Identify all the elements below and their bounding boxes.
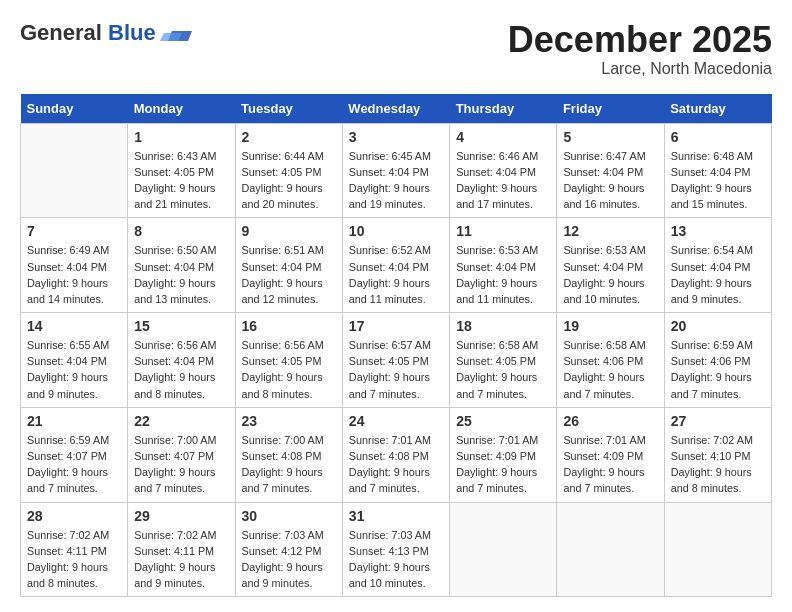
day-info: Sunrise: 6:59 AM Sunset: 4:06 PM Dayligh…	[671, 337, 765, 402]
calendar-cell: 11Sunrise: 6:53 AM Sunset: 4:04 PM Dayli…	[450, 218, 557, 313]
day-info: Sunrise: 6:51 AM Sunset: 4:04 PM Dayligh…	[242, 242, 336, 307]
day-number: 21	[27, 413, 121, 429]
day-info: Sunrise: 6:57 AM Sunset: 4:05 PM Dayligh…	[349, 337, 443, 402]
day-number: 10	[349, 223, 443, 239]
week-row-1: 1Sunrise: 6:43 AM Sunset: 4:05 PM Daylig…	[21, 123, 772, 218]
calendar-cell: 18Sunrise: 6:58 AM Sunset: 4:05 PM Dayli…	[450, 313, 557, 408]
week-row-4: 21Sunrise: 6:59 AM Sunset: 4:07 PM Dayli…	[21, 407, 772, 502]
logo: General Blue	[20, 20, 192, 46]
calendar-cell: 10Sunrise: 6:52 AM Sunset: 4:04 PM Dayli…	[342, 218, 449, 313]
calendar-cell: 12Sunrise: 6:53 AM Sunset: 4:04 PM Dayli…	[557, 218, 664, 313]
calendar-cell: 6Sunrise: 6:48 AM Sunset: 4:04 PM Daylig…	[664, 123, 771, 218]
day-info: Sunrise: 6:58 AM Sunset: 4:05 PM Dayligh…	[456, 337, 550, 402]
day-info: Sunrise: 6:53 AM Sunset: 4:04 PM Dayligh…	[456, 242, 550, 307]
col-header-sunday: Sunday	[21, 94, 128, 124]
calendar-cell	[664, 502, 771, 597]
col-header-friday: Friday	[557, 94, 664, 124]
day-info: Sunrise: 6:48 AM Sunset: 4:04 PM Dayligh…	[671, 148, 765, 213]
calendar-cell: 3Sunrise: 6:45 AM Sunset: 4:04 PM Daylig…	[342, 123, 449, 218]
calendar-cell: 30Sunrise: 7:03 AM Sunset: 4:12 PM Dayli…	[235, 502, 342, 597]
day-info: Sunrise: 6:45 AM Sunset: 4:04 PM Dayligh…	[349, 148, 443, 213]
day-info: Sunrise: 7:02 AM Sunset: 4:10 PM Dayligh…	[671, 432, 765, 497]
day-number: 15	[134, 318, 228, 334]
day-info: Sunrise: 6:58 AM Sunset: 4:06 PM Dayligh…	[563, 337, 657, 402]
day-info: Sunrise: 7:03 AM Sunset: 4:12 PM Dayligh…	[242, 527, 336, 592]
calendar-cell: 29Sunrise: 7:02 AM Sunset: 4:11 PM Dayli…	[128, 502, 235, 597]
calendar-cell: 2Sunrise: 6:44 AM Sunset: 4:05 PM Daylig…	[235, 123, 342, 218]
day-info: Sunrise: 6:55 AM Sunset: 4:04 PM Dayligh…	[27, 337, 121, 402]
day-number: 12	[563, 223, 657, 239]
calendar-cell: 7Sunrise: 6:49 AM Sunset: 4:04 PM Daylig…	[21, 218, 128, 313]
day-info: Sunrise: 6:59 AM Sunset: 4:07 PM Dayligh…	[27, 432, 121, 497]
day-number: 3	[349, 129, 443, 145]
day-info: Sunrise: 6:43 AM Sunset: 4:05 PM Dayligh…	[134, 148, 228, 213]
day-number: 13	[671, 223, 765, 239]
calendar-cell: 17Sunrise: 6:57 AM Sunset: 4:05 PM Dayli…	[342, 313, 449, 408]
day-number: 26	[563, 413, 657, 429]
header: General Blue December 2025 Larce, North …	[20, 20, 772, 78]
day-info: Sunrise: 7:01 AM Sunset: 4:09 PM Dayligh…	[456, 432, 550, 497]
col-header-monday: Monday	[128, 94, 235, 124]
day-number: 29	[134, 508, 228, 524]
day-info: Sunrise: 6:49 AM Sunset: 4:04 PM Dayligh…	[27, 242, 121, 307]
day-info: Sunrise: 6:44 AM Sunset: 4:05 PM Dayligh…	[242, 148, 336, 213]
day-info: Sunrise: 6:46 AM Sunset: 4:04 PM Dayligh…	[456, 148, 550, 213]
calendar-cell: 19Sunrise: 6:58 AM Sunset: 4:06 PM Dayli…	[557, 313, 664, 408]
day-number: 7	[27, 223, 121, 239]
calendar-cell: 15Sunrise: 6:56 AM Sunset: 4:04 PM Dayli…	[128, 313, 235, 408]
calendar-cell: 5Sunrise: 6:47 AM Sunset: 4:04 PM Daylig…	[557, 123, 664, 218]
calendar-table: SundayMondayTuesdayWednesdayThursdayFrid…	[20, 94, 772, 598]
day-number: 14	[27, 318, 121, 334]
calendar-cell: 13Sunrise: 6:54 AM Sunset: 4:04 PM Dayli…	[664, 218, 771, 313]
calendar-cell: 21Sunrise: 6:59 AM Sunset: 4:07 PM Dayli…	[21, 407, 128, 502]
col-header-wednesday: Wednesday	[342, 94, 449, 124]
day-number: 6	[671, 129, 765, 145]
calendar-cell	[21, 123, 128, 218]
day-info: Sunrise: 6:47 AM Sunset: 4:04 PM Dayligh…	[563, 148, 657, 213]
day-number: 23	[242, 413, 336, 429]
day-number: 22	[134, 413, 228, 429]
day-number: 20	[671, 318, 765, 334]
header-row: SundayMondayTuesdayWednesdayThursdayFrid…	[21, 94, 772, 124]
calendar-cell: 23Sunrise: 7:00 AM Sunset: 4:08 PM Dayli…	[235, 407, 342, 502]
day-info: Sunrise: 6:56 AM Sunset: 4:04 PM Dayligh…	[134, 337, 228, 402]
day-number: 30	[242, 508, 336, 524]
location: Larce, North Macedonia	[508, 60, 772, 78]
day-info: Sunrise: 7:01 AM Sunset: 4:08 PM Dayligh…	[349, 432, 443, 497]
day-number: 25	[456, 413, 550, 429]
day-number: 28	[27, 508, 121, 524]
day-number: 9	[242, 223, 336, 239]
day-info: Sunrise: 7:00 AM Sunset: 4:07 PM Dayligh…	[134, 432, 228, 497]
calendar-cell: 16Sunrise: 6:56 AM Sunset: 4:05 PM Dayli…	[235, 313, 342, 408]
day-number: 24	[349, 413, 443, 429]
day-number: 27	[671, 413, 765, 429]
calendar-cell: 4Sunrise: 6:46 AM Sunset: 4:04 PM Daylig…	[450, 123, 557, 218]
day-number: 11	[456, 223, 550, 239]
day-number: 18	[456, 318, 550, 334]
calendar-cell	[557, 502, 664, 597]
day-info: Sunrise: 6:54 AM Sunset: 4:04 PM Dayligh…	[671, 242, 765, 307]
day-number: 31	[349, 508, 443, 524]
col-header-tuesday: Tuesday	[235, 94, 342, 124]
logo-icon	[160, 23, 192, 43]
day-number: 1	[134, 129, 228, 145]
month-title: December 2025	[508, 20, 772, 60]
day-info: Sunrise: 7:01 AM Sunset: 4:09 PM Dayligh…	[563, 432, 657, 497]
calendar-cell: 20Sunrise: 6:59 AM Sunset: 4:06 PM Dayli…	[664, 313, 771, 408]
day-info: Sunrise: 7:02 AM Sunset: 4:11 PM Dayligh…	[134, 527, 228, 592]
calendar-cell: 24Sunrise: 7:01 AM Sunset: 4:08 PM Dayli…	[342, 407, 449, 502]
logo-blue: Blue	[108, 20, 156, 45]
calendar-cell: 9Sunrise: 6:51 AM Sunset: 4:04 PM Daylig…	[235, 218, 342, 313]
week-row-3: 14Sunrise: 6:55 AM Sunset: 4:04 PM Dayli…	[21, 313, 772, 408]
week-row-2: 7Sunrise: 6:49 AM Sunset: 4:04 PM Daylig…	[21, 218, 772, 313]
day-info: Sunrise: 6:53 AM Sunset: 4:04 PM Dayligh…	[563, 242, 657, 307]
day-info: Sunrise: 7:00 AM Sunset: 4:08 PM Dayligh…	[242, 432, 336, 497]
logo-text: General Blue	[20, 20, 156, 46]
calendar-cell: 25Sunrise: 7:01 AM Sunset: 4:09 PM Dayli…	[450, 407, 557, 502]
calendar-cell: 27Sunrise: 7:02 AM Sunset: 4:10 PM Dayli…	[664, 407, 771, 502]
day-info: Sunrise: 7:02 AM Sunset: 4:11 PM Dayligh…	[27, 527, 121, 592]
day-number: 17	[349, 318, 443, 334]
calendar-cell	[450, 502, 557, 597]
day-number: 2	[242, 129, 336, 145]
calendar-cell: 8Sunrise: 6:50 AM Sunset: 4:04 PM Daylig…	[128, 218, 235, 313]
